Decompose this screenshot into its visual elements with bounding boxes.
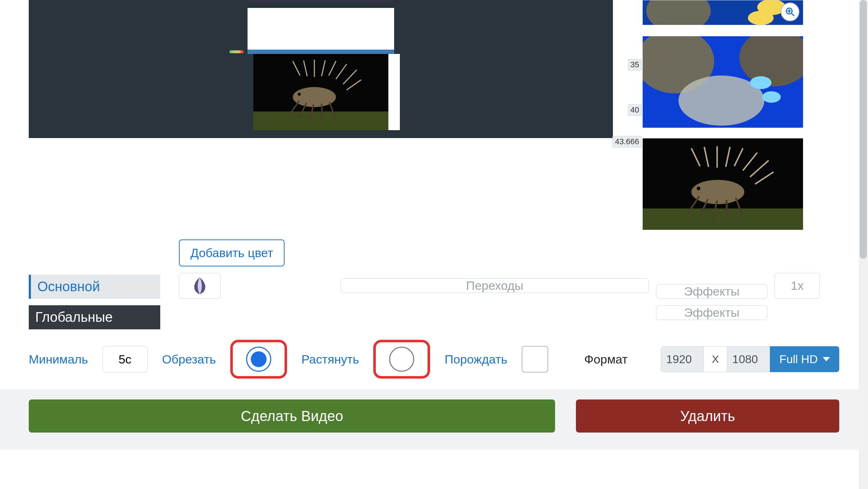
window-scrollbar[interactable] (859, 0, 868, 489)
preview-frame (253, 54, 388, 130)
format-height-input[interactable] (727, 346, 770, 372)
time-mark: 43.666 (613, 136, 642, 147)
tab-main-label: Основной (37, 279, 100, 294)
tab-global-label: Глобальные (35, 310, 113, 325)
svg-point-16 (298, 93, 301, 96)
min-duration-input[interactable] (102, 346, 148, 373)
format-group: X Full HD (661, 346, 839, 372)
thumbnail[interactable] (642, 138, 803, 230)
effects-placeholder: Эффекты (684, 306, 740, 320)
zoom-in-button[interactable] (781, 3, 799, 21)
radio-dot-icon (251, 351, 267, 367)
make-video-label: Сделать Видео (241, 408, 343, 424)
make-video-button[interactable]: Сделать Видео (29, 399, 555, 433)
preview-gap (248, 8, 394, 50)
svg-rect-32 (643, 209, 803, 230)
effects-placeholder: Эффекты (684, 284, 740, 298)
speed-field[interactable]: 1x (775, 273, 820, 299)
format-preset-dropdown[interactable]: Full HD (770, 346, 839, 372)
preview-clip-fragment (248, 0, 394, 8)
svg-line-45 (726, 200, 727, 219)
add-color-label: Добавить цвет (190, 246, 273, 260)
format-label: Формат (584, 352, 628, 366)
tab-global[interactable]: Глобальные (29, 305, 160, 329)
transitions-field[interactable]: Переходы (341, 278, 649, 293)
thumbnail[interactable] (642, 36, 803, 128)
svg-point-47 (697, 187, 700, 190)
format-preset-label: Full HD (779, 353, 818, 366)
transitions-placeholder: Переходы (466, 279, 523, 293)
preview-gap-right (388, 54, 400, 130)
wait-label: Порождать (444, 352, 507, 366)
svg-line-22 (791, 13, 794, 16)
effects-field-1[interactable]: Эффекты (656, 284, 767, 299)
add-color-button[interactable]: Добавить цвет (179, 239, 285, 266)
zoom-in-icon (785, 7, 795, 17)
preview-canvas[interactable] (29, 0, 613, 138)
time-mark: 40 (628, 104, 642, 116)
stretch-radio-highlight (373, 340, 430, 379)
stretch-radio[interactable] (389, 347, 414, 372)
svg-point-20 (748, 11, 774, 25)
delete-button[interactable]: Удалить (576, 399, 839, 433)
min-duration-label: Минималь (29, 352, 88, 366)
thumbnail-strip: 35 40 43.666 (616, 0, 803, 230)
wait-checkbox[interactable] (522, 346, 548, 373)
format-separator: X (704, 346, 727, 372)
format-width-input[interactable] (661, 346, 704, 372)
stretch-label: Растянуть (301, 352, 359, 366)
effects-field-2[interactable]: Эффекты (656, 305, 767, 320)
crop-label: Обрезать (162, 352, 216, 366)
time-mark: 35 (628, 59, 642, 70)
crop-radio-highlight (230, 340, 287, 379)
svg-point-30 (762, 91, 781, 103)
preview-progress-bar[interactable] (248, 50, 394, 54)
media-swatch[interactable] (179, 273, 221, 299)
delete-label: Удалить (680, 408, 735, 424)
scrollbar-thumb[interactable] (860, 0, 867, 259)
svg-point-29 (750, 76, 772, 89)
tab-main[interactable]: Основной (29, 275, 160, 299)
thumbnail[interactable] (642, 0, 803, 25)
svg-rect-1 (253, 111, 388, 130)
action-bar: Сделать Видео Удалить (0, 389, 868, 450)
svg-point-18 (646, 0, 711, 25)
chevron-down-icon (823, 357, 830, 361)
crop-radio[interactable] (246, 347, 271, 372)
svg-line-14 (322, 104, 322, 119)
speed-value: 1x (791, 279, 804, 293)
